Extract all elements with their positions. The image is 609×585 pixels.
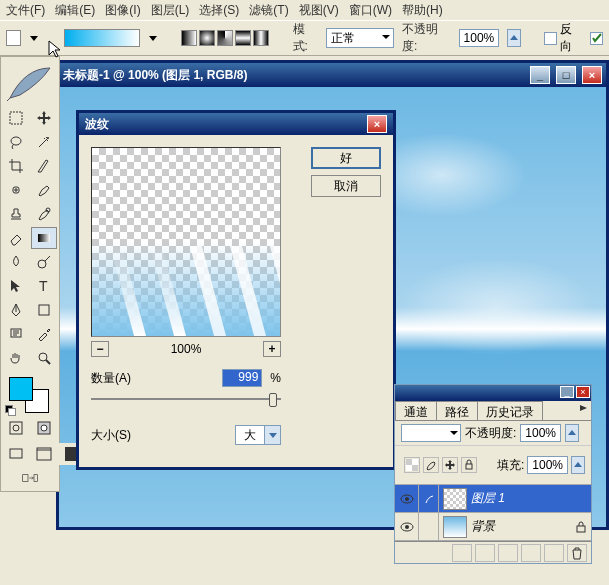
eraser-tool[interactable]: [3, 227, 29, 249]
menu-image[interactable]: 图像(I): [105, 2, 140, 19]
gradient-linear[interactable]: [181, 30, 197, 46]
layer-row-1[interactable]: 图层 1: [395, 485, 591, 513]
dodge-tool[interactable]: [31, 251, 57, 273]
zoom-out-button[interactable]: −: [91, 341, 109, 357]
mode-select[interactable]: 正常: [326, 28, 394, 48]
layer-style-icon[interactable]: [452, 544, 472, 562]
dialog-titlebar[interactable]: 波纹 ×: [79, 113, 393, 135]
gradient-diamond[interactable]: [253, 30, 269, 46]
move-tool[interactable]: [31, 107, 57, 129]
preview-box[interactable]: [91, 147, 281, 337]
layer-name[interactable]: 背景: [471, 518, 571, 535]
stamp-tool[interactable]: [3, 203, 29, 225]
layer-set-icon[interactable]: [498, 544, 518, 562]
quickmask-on[interactable]: [31, 417, 57, 439]
size-label: 大小(S): [91, 427, 227, 444]
link-icon[interactable]: [419, 485, 439, 512]
heal-tool[interactable]: [3, 179, 29, 201]
lock-paint-icon[interactable]: [423, 457, 439, 473]
marquee-tool[interactable]: [3, 107, 29, 129]
minimize-button[interactable]: _: [530, 66, 550, 84]
pen-tool[interactable]: [3, 299, 29, 321]
default-colors-icon[interactable]: [5, 405, 15, 415]
layer-thumbnail[interactable]: [443, 516, 467, 538]
wand-tool[interactable]: [31, 131, 57, 153]
tool-preset-dropdown[interactable]: [29, 34, 38, 42]
amount-input[interactable]: 999: [222, 369, 262, 387]
lasso-tool[interactable]: [3, 131, 29, 153]
tool-preset-swatch[interactable]: [6, 30, 21, 46]
tab-channels[interactable]: 通道: [395, 401, 437, 420]
gradient-tool[interactable]: [31, 227, 57, 249]
adjustment-layer-icon[interactable]: [521, 544, 541, 562]
amount-slider[interactable]: [91, 389, 281, 409]
visibility-icon[interactable]: [395, 513, 419, 540]
notes-tool[interactable]: [3, 323, 29, 345]
hand-tool[interactable]: [3, 347, 29, 369]
maximize-button[interactable]: □: [556, 66, 576, 84]
visibility-icon[interactable]: [395, 485, 419, 512]
panel-titlebar[interactable]: _ ×: [395, 385, 591, 401]
gradient-reflected[interactable]: [235, 30, 251, 46]
opacity-arrow[interactable]: [507, 29, 520, 47]
panel-opacity-input[interactable]: 100%: [520, 424, 561, 442]
shape-tool[interactable]: [31, 299, 57, 321]
layer-name[interactable]: 图层 1: [471, 490, 591, 507]
jump-to-imageready[interactable]: [3, 467, 57, 489]
panel-menu-icon[interactable]: [577, 401, 591, 415]
foreground-color[interactable]: [9, 377, 33, 401]
fill-arrow[interactable]: [571, 456, 585, 474]
gradient-angle[interactable]: [217, 30, 233, 46]
slice-tool[interactable]: [31, 155, 57, 177]
color-swatches[interactable]: [3, 373, 57, 413]
fill-input[interactable]: 100%: [527, 456, 568, 474]
lock-transparency-icon[interactable]: [404, 457, 420, 473]
quickmask-off[interactable]: [3, 417, 29, 439]
delete-layer-icon[interactable]: [567, 544, 587, 562]
zoom-in-button[interactable]: +: [263, 341, 281, 357]
history-brush-tool[interactable]: [31, 203, 57, 225]
reverse-checkbox[interactable]: 反向: [544, 21, 582, 55]
menu-edit[interactable]: 编辑(E): [55, 2, 95, 19]
lock-move-icon[interactable]: [442, 457, 458, 473]
crop-tool[interactable]: [3, 155, 29, 177]
lock-all-icon[interactable]: [461, 457, 477, 473]
zoom-tool[interactable]: [31, 347, 57, 369]
path-select-tool[interactable]: [3, 275, 29, 297]
gradient-swatch[interactable]: [64, 29, 140, 47]
menu-layer[interactable]: 图层(L): [151, 2, 190, 19]
panel-close[interactable]: ×: [576, 386, 590, 398]
panel-minimize[interactable]: _: [560, 386, 574, 398]
gradient-radial[interactable]: [199, 30, 215, 46]
menu-help[interactable]: 帮助(H): [402, 2, 443, 19]
screen-standard[interactable]: [3, 443, 29, 465]
blur-tool[interactable]: [3, 251, 29, 273]
menu-select[interactable]: 选择(S): [199, 2, 239, 19]
size-select[interactable]: 大: [235, 425, 281, 445]
new-layer-icon[interactable]: [544, 544, 564, 562]
panel-opacity-arrow[interactable]: [565, 424, 579, 442]
end-checkbox[interactable]: [590, 32, 603, 45]
link-slot[interactable]: [419, 513, 439, 540]
blend-mode-select[interactable]: 正常: [401, 424, 461, 442]
eyedropper-tool[interactable]: [31, 323, 57, 345]
document-titlebar[interactable]: 未标题-1 @ 100% (图层 1, RGB/8) _ □ ×: [59, 63, 606, 87]
gradient-dropdown[interactable]: [148, 34, 157, 42]
layer-mask-icon[interactable]: [475, 544, 495, 562]
close-button[interactable]: ×: [582, 66, 602, 84]
cancel-button[interactable]: 取消: [311, 175, 381, 197]
ok-button[interactable]: 好: [311, 147, 381, 169]
menu-window[interactable]: 窗口(W): [349, 2, 392, 19]
menu-filter[interactable]: 滤镜(T): [249, 2, 288, 19]
menu-file[interactable]: 文件(F): [6, 2, 45, 19]
screen-full-menu[interactable]: [31, 443, 57, 465]
opacity-input[interactable]: 100%: [459, 29, 500, 47]
layer-thumbnail[interactable]: [443, 488, 467, 510]
dialog-close-button[interactable]: ×: [367, 115, 387, 133]
type-tool[interactable]: T: [31, 275, 57, 297]
brush-tool[interactable]: [31, 179, 57, 201]
tab-paths[interactable]: 路径: [436, 401, 478, 420]
menu-view[interactable]: 视图(V): [299, 2, 339, 19]
tab-history[interactable]: 历史记录: [477, 401, 543, 420]
layer-row-background[interactable]: 背景: [395, 513, 591, 541]
